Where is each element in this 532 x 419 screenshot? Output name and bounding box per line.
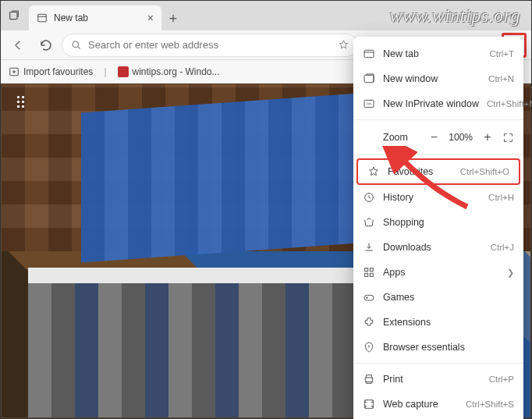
menu-separator xyxy=(353,154,523,155)
history-icon xyxy=(363,191,375,204)
menu-label: Web capture xyxy=(383,399,458,410)
menu-label: Browser essentials xyxy=(383,342,514,353)
svg-rect-1 xyxy=(38,14,47,21)
fullscreen-icon[interactable] xyxy=(502,132,514,144)
favourites-icon xyxy=(367,165,380,178)
menu-label: Downloads xyxy=(383,242,483,253)
tab-actions-button[interactable] xyxy=(1,1,27,30)
bookmark-favicon-icon xyxy=(118,66,129,77)
zoom-value: 100% xyxy=(449,132,473,143)
menu-shortcut: Ctrl+J xyxy=(491,243,514,252)
shopping-icon xyxy=(363,216,375,229)
menu-label: Apps xyxy=(383,267,499,278)
menu-new-window[interactable]: New window Ctrl+N xyxy=(353,66,523,91)
games-icon xyxy=(363,291,375,304)
essentials-icon xyxy=(363,341,375,353)
menu-shortcut: Ctrl+H xyxy=(488,193,514,202)
browser-window: New tab × + Import favourites | xyxy=(0,0,532,419)
address-bar[interactable] xyxy=(62,34,358,57)
menu-label: New tab xyxy=(383,48,481,59)
zoom-label: Zoom xyxy=(363,132,419,143)
menu-downloads[interactable]: Downloads Ctrl+J xyxy=(353,235,523,260)
inprivate-icon xyxy=(363,98,375,110)
menu-separator xyxy=(353,119,523,120)
bookmark-item[interactable]: wintips.org - Windo... xyxy=(118,66,220,77)
back-button[interactable] xyxy=(5,33,30,58)
menu-separator xyxy=(353,363,523,364)
menu-shortcut: Ctrl+Shift+N xyxy=(487,99,532,108)
menu-history[interactable]: History Ctrl+H xyxy=(353,185,523,210)
menu-print[interactable]: Print Ctrl+P xyxy=(353,367,523,392)
print-icon xyxy=(363,373,375,385)
menu-label: Favourites xyxy=(388,166,452,177)
menu-label: Print xyxy=(383,374,481,385)
svg-rect-17 xyxy=(370,273,373,276)
chevron-right-icon: ❯ xyxy=(507,268,514,278)
svg-point-2 xyxy=(73,41,79,48)
new-window-icon xyxy=(363,73,375,85)
menu-shortcut: Ctrl+P xyxy=(489,375,514,384)
refresh-button[interactable] xyxy=(34,33,59,58)
newtab-favicon-icon xyxy=(37,12,48,23)
svg-rect-20 xyxy=(365,400,374,409)
new-tab-icon xyxy=(363,48,375,60)
menu-new-tab[interactable]: New tab Ctrl+T xyxy=(353,41,523,66)
bookmarks-separator: | xyxy=(104,66,106,77)
menu-label: Games xyxy=(383,292,514,303)
apps-icon xyxy=(363,266,375,279)
address-input[interactable] xyxy=(88,39,332,51)
tab-title: New tab xyxy=(54,12,88,23)
zoom-out-button[interactable]: − xyxy=(425,129,442,146)
watermark-text: www.wintips.org xyxy=(389,5,520,27)
drag-handle-icon[interactable] xyxy=(17,96,25,108)
menu-apps[interactable]: Apps ❯ xyxy=(353,260,523,285)
menu-zoom-row: Zoom − 100% + xyxy=(353,123,523,151)
star-icon[interactable] xyxy=(338,39,349,51)
bookmark-label: wintips.org - Windo... xyxy=(133,66,220,77)
menu-label: Extensions xyxy=(383,317,514,328)
menu-web-capture[interactable]: Web capture Ctrl+Shift+S xyxy=(353,392,523,417)
menu-label: History xyxy=(383,192,481,203)
svg-rect-14 xyxy=(365,268,368,272)
menu-inprivate[interactable]: New InPrivate window Ctrl+Shift+N xyxy=(353,91,523,116)
svg-rect-18 xyxy=(364,295,374,300)
browser-tab[interactable]: New tab × xyxy=(29,5,161,30)
menu-label: New InPrivate window xyxy=(383,98,479,109)
import-favourites-label: Import favourites xyxy=(23,66,93,77)
downloads-icon xyxy=(363,241,375,254)
menu-essentials[interactable]: Browser essentials xyxy=(353,335,523,360)
svg-rect-11 xyxy=(364,75,374,82)
menu-favourites[interactable]: Favourites Ctrl+Shift+O xyxy=(356,158,520,185)
menu-shortcut: Ctrl+Shift+O xyxy=(460,167,509,176)
svg-rect-16 xyxy=(365,273,368,276)
search-icon xyxy=(70,39,82,51)
import-favourites-button[interactable]: Import favourites xyxy=(9,66,93,77)
settings-menu: New tab Ctrl+T New window Ctrl+N New InP… xyxy=(353,37,523,419)
extensions-icon xyxy=(363,316,375,328)
svg-rect-10 xyxy=(364,50,374,57)
menu-shortcut: Ctrl+T xyxy=(489,49,514,59)
menu-games[interactable]: Games xyxy=(353,285,523,310)
web-capture-icon xyxy=(363,398,375,410)
svg-rect-15 xyxy=(370,268,373,272)
zoom-in-button[interactable]: + xyxy=(479,129,496,146)
menu-shopping[interactable]: Shopping xyxy=(353,210,523,235)
svg-rect-0 xyxy=(10,12,17,19)
menu-shortcut: Ctrl+Shift+S xyxy=(466,399,514,409)
svg-rect-19 xyxy=(365,378,372,382)
new-tab-button[interactable]: + xyxy=(161,7,185,30)
tab-close-button[interactable]: × xyxy=(147,12,154,24)
menu-shortcut: Ctrl+N xyxy=(488,74,514,83)
menu-label: Shopping xyxy=(383,217,514,228)
menu-label: New window xyxy=(383,73,481,84)
menu-extensions[interactable]: Extensions xyxy=(353,310,523,335)
